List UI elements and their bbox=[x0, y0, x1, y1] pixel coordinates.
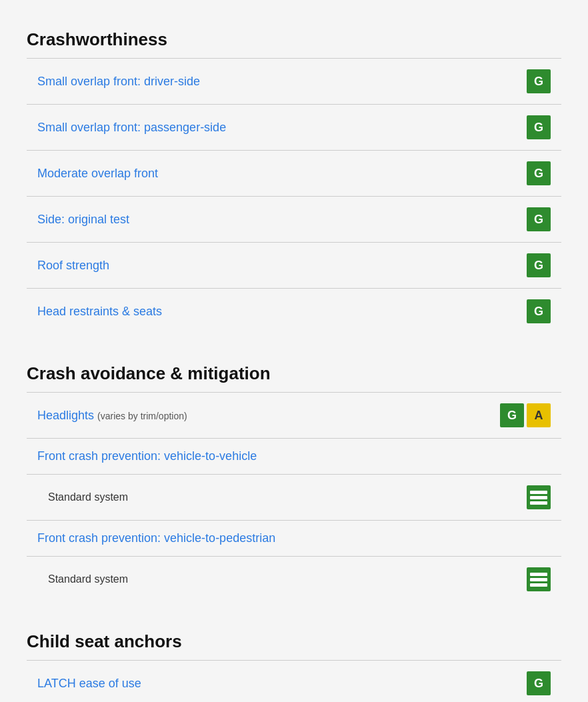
row-standard-system-2: Standard system bbox=[27, 556, 561, 602]
badge-bars-standard-system-2-0 bbox=[527, 567, 551, 591]
row-label-side-original[interactable]: Side: original test bbox=[37, 213, 129, 227]
row-label-moderate-overlap[interactable]: Moderate overlap front bbox=[37, 167, 158, 181]
row-label-headlights[interactable]: Headlights (varies by trim/option) bbox=[37, 409, 187, 423]
bar-line bbox=[530, 578, 547, 581]
bar-line bbox=[530, 496, 547, 499]
row-label-standard-system-2: Standard system bbox=[48, 573, 128, 585]
row-standard-system-1: Standard system bbox=[27, 474, 561, 520]
row-label-latch-ease[interactable]: LATCH ease of use bbox=[37, 677, 141, 691]
bar-line bbox=[530, 583, 547, 587]
badges-small-overlap-driver: G bbox=[527, 69, 551, 93]
badge-g-roof-strength-0: G bbox=[527, 253, 551, 277]
bar-line bbox=[530, 491, 547, 494]
page-container: CrashworthinessSmall overlap front: driv… bbox=[27, 13, 561, 702]
badges-head-restraints: G bbox=[527, 299, 551, 323]
bar-line bbox=[530, 573, 547, 576]
badge-g-latch-ease-0: G bbox=[527, 671, 551, 695]
row-side-original: Side: original testG bbox=[27, 196, 561, 242]
row-label-standard-system-1: Standard system bbox=[48, 491, 128, 503]
badges-side-original: G bbox=[527, 207, 551, 231]
row-label-front-crash-pedestrian[interactable]: Front crash prevention: vehicle-to-pedes… bbox=[37, 531, 275, 545]
row-label-head-restraints[interactable]: Head restraints & seats bbox=[37, 305, 162, 319]
section-title-child-seat-anchors: Child seat anchors bbox=[27, 615, 561, 660]
row-front-crash-pedestrian: Front crash prevention: vehicle-to-pedes… bbox=[27, 520, 561, 556]
varies-note: (varies by trim/option) bbox=[97, 411, 187, 421]
row-head-restraints: Head restraints & seatsG bbox=[27, 288, 561, 334]
row-label-front-crash-vehicle[interactable]: Front crash prevention: vehicle-to-vehic… bbox=[37, 449, 257, 463]
section-title-crashworthiness: Crashworthiness bbox=[27, 13, 561, 58]
section-title-crash-avoidance: Crash avoidance & mitigation bbox=[27, 347, 561, 392]
badge-g-small-overlap-passenger-0: G bbox=[527, 115, 551, 139]
badge-g-head-restraints-0: G bbox=[527, 299, 551, 323]
badge-bars-standard-system-1-0 bbox=[527, 485, 551, 509]
badges-roof-strength: G bbox=[527, 253, 551, 277]
bar-line bbox=[530, 501, 547, 505]
section-spacer bbox=[27, 334, 561, 347]
row-label-small-overlap-passenger[interactable]: Small overlap front: passenger-side bbox=[37, 121, 226, 135]
row-headlights: Headlights (varies by trim/option)GA bbox=[27, 392, 561, 438]
badge-g-moderate-overlap-0: G bbox=[527, 161, 551, 185]
row-label-roof-strength[interactable]: Roof strength bbox=[37, 259, 109, 273]
row-roof-strength: Roof strengthG bbox=[27, 242, 561, 288]
badges-standard-system-1 bbox=[527, 485, 551, 509]
badges-standard-system-2 bbox=[527, 567, 551, 591]
badges-small-overlap-passenger: G bbox=[527, 115, 551, 139]
row-moderate-overlap: Moderate overlap frontG bbox=[27, 150, 561, 196]
badges-latch-ease: G bbox=[527, 671, 551, 695]
row-label-small-overlap-driver[interactable]: Small overlap front: driver-side bbox=[37, 75, 200, 89]
row-front-crash-vehicle: Front crash prevention: vehicle-to-vehic… bbox=[27, 438, 561, 474]
row-small-overlap-driver: Small overlap front: driver-sideG bbox=[27, 58, 561, 104]
row-latch-ease: LATCH ease of useG bbox=[27, 660, 561, 702]
badges-moderate-overlap: G bbox=[527, 161, 551, 185]
section-spacer bbox=[27, 602, 561, 615]
badge-g-headlights-0: G bbox=[500, 403, 524, 427]
badge-g-side-original-0: G bbox=[527, 207, 551, 231]
badge-g-small-overlap-driver-0: G bbox=[527, 69, 551, 93]
row-small-overlap-passenger: Small overlap front: passenger-sideG bbox=[27, 104, 561, 150]
badges-headlights: GA bbox=[500, 403, 551, 427]
badge-a-headlights-1: A bbox=[527, 403, 551, 427]
